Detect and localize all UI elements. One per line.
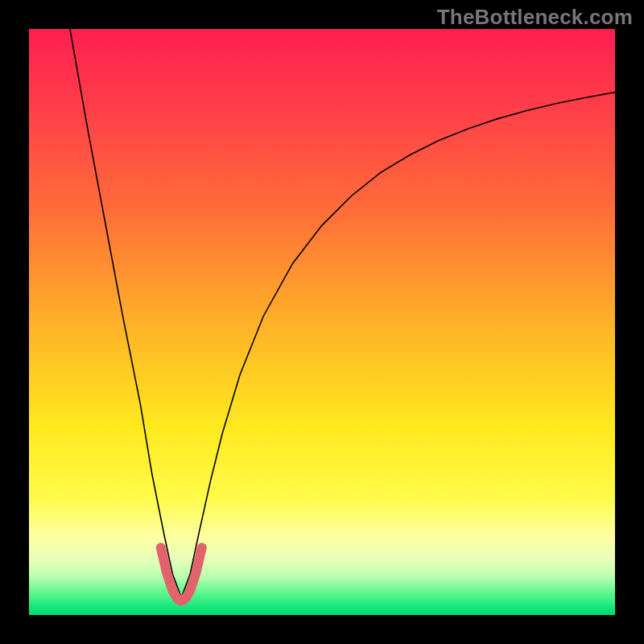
chart-container: TheBottleneck.com xyxy=(0,0,644,644)
watermark-text: TheBottleneck.com xyxy=(437,5,633,30)
bottleneck-curve-plot xyxy=(29,29,615,615)
chart-svg xyxy=(29,29,615,615)
plot-background xyxy=(29,29,615,615)
